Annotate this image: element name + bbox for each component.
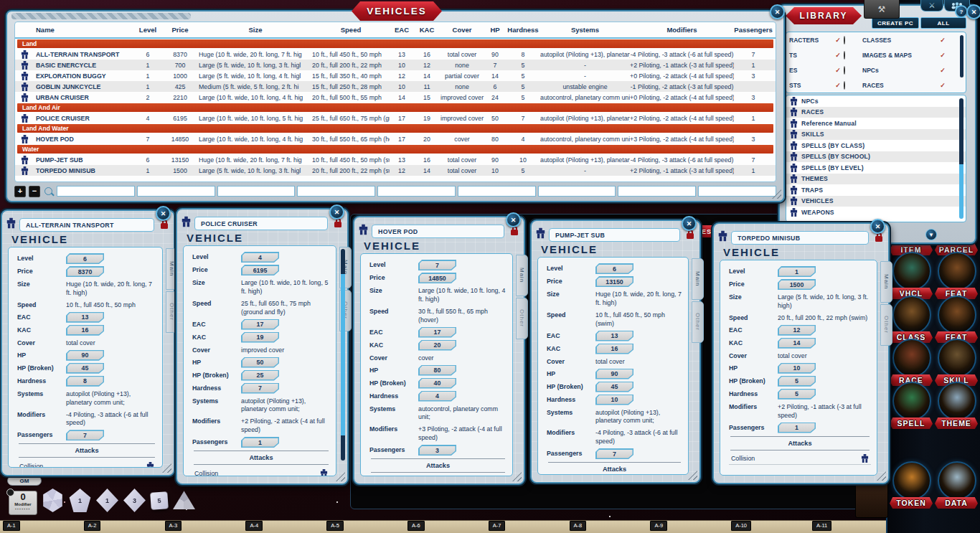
map-tab[interactable]: A-9 xyxy=(650,521,667,531)
die-d20[interactable] xyxy=(42,489,64,512)
filter-input[interactable] xyxy=(217,186,296,197)
field-value-box[interactable]: 5 xyxy=(778,389,816,400)
vehicle-name-field[interactable]: ALL-TERRAIN TRANSPORT xyxy=(19,218,154,232)
lock-icon[interactable] xyxy=(161,223,168,229)
map-tab[interactable]: A-7 xyxy=(489,521,506,531)
map-tab[interactable]: A-5 xyxy=(326,521,344,531)
table-row[interactable]: POLICE CRUISER46195Large (10 ft. wide, 1… xyxy=(15,113,776,123)
sidebar-theme-button[interactable]: THEME xyxy=(936,382,977,429)
field-value-box[interactable]: 20 xyxy=(418,340,456,351)
module-checkbox[interactable]: ✓ xyxy=(832,37,844,44)
vehicle-name-field[interactable]: POLICE CRUISER xyxy=(194,217,328,230)
map-tab[interactable]: A-10 xyxy=(731,521,751,531)
map-tab[interactable]: A-1 xyxy=(3,521,20,531)
filter-input[interactable] xyxy=(57,186,135,197)
field-value-box[interactable]: 8370 xyxy=(66,266,104,277)
field-value-box[interactable]: 16 xyxy=(595,344,633,354)
library-entry[interactable]: VEHICLES xyxy=(786,196,966,207)
sidebar-token-button[interactable]: TOKEN xyxy=(890,461,932,509)
map-tab[interactable]: A-6 xyxy=(407,521,425,531)
lock-icon[interactable] xyxy=(687,233,694,239)
table-row[interactable]: URBAN CRUISER22210Large (10 ft. wide, 10… xyxy=(15,92,776,103)
field-value-box[interactable]: 1 xyxy=(241,437,279,448)
field-value-box[interactable]: 12 xyxy=(778,325,816,336)
module-checkbox[interactable]: ✓ xyxy=(937,82,948,89)
map-tab[interactable]: A-3 xyxy=(165,521,182,531)
field-value-box[interactable]: 7 xyxy=(241,383,279,394)
sheet-scrollbar[interactable] xyxy=(341,249,345,461)
library-entry[interactable]: SPELLS (BY SCHOOL) xyxy=(786,151,966,163)
field-value-box[interactable]: 14850 xyxy=(418,273,456,283)
field-value-box[interactable]: 40 xyxy=(418,378,456,389)
die-d8[interactable]: 3 xyxy=(123,489,146,512)
table-row[interactable]: EXPLORATION BUGGY11000Large (5 ft. wide,… xyxy=(15,70,776,81)
field-value-box[interactable]: 17 xyxy=(418,327,456,338)
scroll-down-button[interactable]: ▼ xyxy=(925,229,937,240)
table-row[interactable]: TORPEDO MINISUB11500Large (5 ft. wide, 1… xyxy=(15,165,776,176)
field-value-box[interactable]: 13150 xyxy=(595,276,633,287)
filter-input[interactable] xyxy=(698,186,776,197)
field-value-box[interactable]: 13 xyxy=(66,312,104,323)
filter-input[interactable] xyxy=(458,186,536,197)
attack-link-icon[interactable] xyxy=(320,469,328,477)
field-value-box[interactable]: 1 xyxy=(778,423,816,433)
field-value-box[interactable]: 7 xyxy=(418,260,456,270)
desktop-close-button[interactable]: ✕ xyxy=(966,4,980,19)
close-icon[interactable]: ✕ xyxy=(156,206,171,221)
field-value-box[interactable]: 7 xyxy=(66,430,104,440)
resize-grip[interactable] xyxy=(336,472,345,481)
library-entry[interactable]: SKILLS xyxy=(786,129,966,141)
vehicle-name-field[interactable]: HOVER POD xyxy=(372,225,504,238)
library-entry[interactable]: SPELLS (BY CLASS) xyxy=(786,140,966,151)
lock-icon[interactable] xyxy=(875,236,882,242)
module-checkbox[interactable]: ✓ xyxy=(937,37,948,44)
vehicle-name-field[interactable]: PUMP-JET SUB xyxy=(549,228,680,242)
field-value-box[interactable]: 1 xyxy=(778,266,816,277)
vehicle-name-field[interactable]: TORPEDO MINISUB xyxy=(731,231,869,245)
sidebar-feat-button[interactable]: FEAT xyxy=(936,252,977,299)
die-d10[interactable]: 1 xyxy=(96,489,118,512)
resize-grip[interactable] xyxy=(877,471,886,481)
tab-other[interactable]: Other xyxy=(880,304,892,346)
field-value-box[interactable]: 6195 xyxy=(241,265,279,275)
library-entry[interactable]: SPELLS (BY LEVEL) xyxy=(786,162,966,174)
lock-icon[interactable] xyxy=(334,222,341,227)
field-value-box[interactable]: 16 xyxy=(66,325,104,336)
gm-identity-tab[interactable]: GM xyxy=(7,476,42,486)
field-value-box[interactable]: 19 xyxy=(241,332,279,343)
module-checkbox[interactable]: ✓ xyxy=(937,52,948,59)
attack-row[interactable]: Collision xyxy=(192,468,330,476)
module-checkbox[interactable]: ✓ xyxy=(832,82,844,89)
toolbar-fragment-icon[interactable]: ⚒ xyxy=(864,0,900,19)
library-entry[interactable]: WEAPONS xyxy=(786,207,966,218)
sidebar-race-button[interactable]: RACE xyxy=(890,339,932,386)
attack-row[interactable]: Collision xyxy=(729,453,871,465)
field-value-box[interactable]: 1500 xyxy=(778,279,816,290)
module-checkbox[interactable]: ✓ xyxy=(832,67,844,74)
crossed-swords-icon[interactable]: ⚔ xyxy=(920,0,943,11)
field-value-box[interactable]: 4 xyxy=(418,391,456,402)
attack-row[interactable]: Collision xyxy=(17,461,156,468)
library-entry[interactable]: THEMES xyxy=(786,174,966,185)
tab-main[interactable]: Main xyxy=(692,258,704,300)
die-d4[interactable] xyxy=(173,489,195,512)
field-value-box[interactable]: 10 xyxy=(595,395,633,405)
attack-link-icon[interactable] xyxy=(146,462,154,468)
field-value-box[interactable]: 7 xyxy=(595,448,633,459)
field-value-box[interactable]: 45 xyxy=(66,363,104,374)
sidebar-class-button[interactable]: CLASS xyxy=(890,296,932,343)
field-value-box[interactable]: 25 xyxy=(241,370,279,381)
resize-grip[interactable] xyxy=(512,472,522,481)
die-d6[interactable]: 5 xyxy=(150,491,169,510)
table-row[interactable]: GOBLIN JUNKCYCLE1425Medium (5 ft. wide, … xyxy=(15,81,776,92)
map-tab[interactable]: A-8 xyxy=(570,521,587,531)
map-tab[interactable]: A-2 xyxy=(84,521,101,531)
die-d12[interactable]: 1 xyxy=(69,489,91,512)
tab-other[interactable]: Other xyxy=(516,298,528,339)
sidebar-feat-button[interactable]: FEAT xyxy=(936,296,977,343)
attack-link-icon[interactable] xyxy=(861,454,869,463)
table-row[interactable]: BASIC ENERCYCLE1700Large (5 ft. wide, 10… xyxy=(15,60,776,70)
tab-main[interactable]: Main xyxy=(516,255,528,296)
field-value-box[interactable]: 8 xyxy=(66,376,104,387)
field-value-box[interactable]: 4 xyxy=(241,252,279,263)
